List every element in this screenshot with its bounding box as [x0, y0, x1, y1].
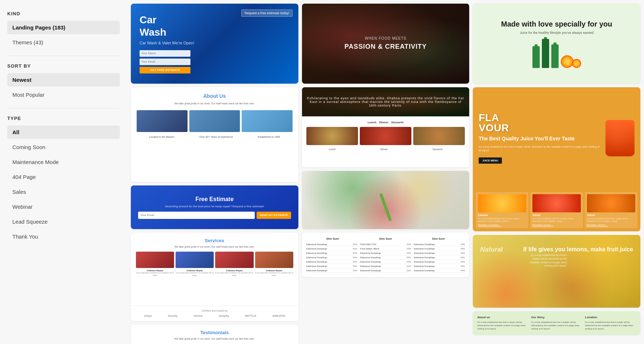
about-img-1	[137, 110, 188, 132]
sort-newest[interactable]: Newest	[7, 73, 120, 87]
juice-footer-card[interactable]: About us It's a truly established fact t…	[473, 311, 640, 335]
about-img-3	[242, 110, 293, 132]
salad-card[interactable]	[302, 171, 470, 229]
juice-card-title-3: Juices	[587, 214, 635, 216]
menu-cell: Edamame Dumplings50%	[414, 248, 465, 251]
estimate-title: Free Estimate	[196, 196, 234, 203]
estimate-card[interactable]: Free Estimate Searching around for the b…	[131, 185, 298, 229]
estimate-form: SEND MY ESTIMATE	[138, 212, 291, 219]
carwash-email-input[interactable]	[140, 59, 190, 65]
footer-col-2: Our Story It's a truly established fact …	[531, 316, 582, 331]
menu-cell: Edamame Dumplings50%	[360, 256, 411, 260]
about-card[interactable]: About Us We take great pride in our work…	[131, 87, 298, 182]
logo-amazon: AMAZON	[272, 314, 285, 317]
menu-cell: Edamame Dumplings50%	[306, 243, 357, 247]
menu-cell: Edamame Dumplings50%	[360, 265, 411, 268]
footer-text-3: It's a truly established fact that a rea…	[585, 321, 636, 331]
about-images	[137, 110, 293, 132]
estimate-section: Free Estimate Searching around for the b…	[131, 185, 298, 229]
juice-card-link-2[interactable]: BROWSE JUICES →	[532, 224, 581, 226]
juice-desc: It's a truly established fact that a rea…	[479, 145, 601, 153]
type-label: TYPE	[7, 116, 120, 121]
fruit-desc: It's a truly established fact that a rea…	[523, 253, 567, 268]
sidebar: KIND Landing Pages (183) Themes (43) SOR…	[0, 0, 127, 344]
label-desserts: Desserts	[432, 148, 443, 151]
carwash-title: CarWash	[140, 14, 166, 38]
bottle-2	[542, 39, 549, 68]
filter-landing-pages[interactable]: Landing Pages (183)	[7, 21, 120, 34]
type-coming-soon[interactable]: Coming Soon	[7, 140, 120, 154]
type-webinar[interactable]: Webinar	[7, 200, 120, 213]
sort-popular[interactable]: Most Popular	[7, 88, 120, 101]
natural-badge: Natural	[480, 246, 503, 253]
juice-menu-button[interactable]: JUICE MENU	[479, 157, 502, 164]
about-section: About Us We take great pride in our work…	[131, 87, 298, 182]
service-desc-3: If you have been involved in an accident…	[215, 272, 253, 276]
juice-tagline: The Best Quality Juice You'll Ever Taste	[479, 135, 601, 142]
restaurant-card[interactable]: Exhilarating to the eyes and tastebuds a…	[302, 87, 470, 167]
template-grid: Request a free estimate today! CarWash C…	[131, 4, 640, 344]
footer-text-1: It's a truly established fact that a rea…	[477, 321, 528, 331]
menu-cell: Edamame Dumplings50%	[360, 252, 411, 255]
type-sales[interactable]: Sales	[7, 185, 120, 199]
fruit-card[interactable]: Natural If life gives you lemons, make f…	[473, 235, 640, 308]
type-404[interactable]: 404 Page	[7, 170, 120, 184]
juice-card-desc-3: It's a truly established fact that a rea…	[587, 217, 635, 223]
service-img-4	[255, 252, 293, 268]
service-desc-1: If you have been involved in an accident…	[136, 272, 174, 276]
restaurant-hero-text: Exhilarating to the eyes and tastebuds a…	[306, 96, 465, 107]
juice-left-content: FLAVOUR The Best Quality Juice You'll Ev…	[479, 113, 601, 163]
service-card-1: Collision Repair If you have been involv…	[136, 252, 174, 276]
type-all[interactable]: All	[7, 125, 120, 139]
logos-row: stripe bounty airbnb shopify BETTLE AMAZ…	[136, 314, 293, 317]
carwash-name-input[interactable]	[140, 50, 190, 57]
type-maintenance[interactable]: Maintenance Mode	[7, 155, 120, 169]
menu-cell: Edamame Dumplings50%	[306, 269, 357, 273]
menu-cell: Edamame Dumplings50%	[414, 261, 465, 264]
salad-section	[302, 171, 470, 229]
orange-slice	[561, 55, 573, 68]
juice-orange-card[interactable]: FLAVOUR The Best Quality Juice You'll Ev…	[473, 87, 640, 231]
food-hero: WHEN FOOD MEETS PASSION & CREATIVITY	[302, 4, 470, 84]
menu-list-card[interactable]: Dim Sum Dim Sum Dim Sum Edamame Dumpling…	[302, 233, 470, 277]
menu-cell: Edamame Dumplings50%	[306, 265, 357, 268]
juice-card-link-1[interactable]: BROWSE CLEANSE →	[478, 224, 526, 226]
type-lead-squeeze[interactable]: Lead Squeeze	[7, 215, 120, 228]
carwash-submit-button[interactable]: GET FREE ESTIMATE	[140, 67, 190, 73]
juice-card-3: Juices It's a truly established fact tha…	[585, 192, 637, 228]
juice-light-card[interactable]: Made with love specially for you Juice f…	[473, 4, 640, 84]
services-card[interactable]: Services We take great pride in our work…	[131, 233, 298, 321]
juice-card-link-3[interactable]: BROWSE JUICES →	[587, 224, 635, 226]
testimonials-card[interactable]: Testimonials We take great pride in our …	[131, 325, 298, 344]
menu-img-3	[413, 127, 465, 145]
menu-row: Edamame Dumplings50% Food Salami, Blend5…	[306, 248, 465, 251]
trusted-section: Certified and trusted by stripe bounty a…	[131, 305, 298, 321]
food-hero-card[interactable]: WHEN FOOD MEETS PASSION & CREATIVITY	[302, 4, 470, 84]
services-title: Services	[136, 238, 293, 243]
carwash-card[interactable]: Request a free estimate today! CarWash C…	[131, 4, 298, 84]
service-card-4: Collision Repair If you have been involv…	[255, 252, 293, 276]
menu-img-2	[360, 127, 411, 145]
col-title-2: Dim Sum	[379, 237, 392, 240]
logo-bettle: BETTLE	[245, 314, 256, 317]
sort-by-label: SORT BY	[7, 63, 120, 69]
main-content: Request a free estimate today! CarWash C…	[127, 0, 644, 344]
type-thank-you[interactable]: Thank You	[7, 230, 120, 243]
about-title: About Us	[137, 93, 293, 99]
logo-shopify: shopify	[219, 314, 229, 317]
about-img-2	[189, 110, 240, 132]
column-1: Request a free estimate today! CarWash C…	[131, 4, 298, 344]
menu-list-header: Dim Sum Dim Sum Dim Sum	[306, 237, 465, 240]
estimate-submit-button[interactable]: SEND MY ESTIMATE	[257, 212, 291, 219]
column-2: WHEN FOOD MEETS PASSION & CREATIVITY Exh…	[302, 4, 470, 344]
estimate-email-input[interactable]	[138, 212, 255, 219]
testimonials-section: Testimonials We take great pride in our …	[131, 325, 298, 344]
carwash-hero: Request a free estimate today! CarWash C…	[131, 4, 298, 84]
services-section: Services We take great pride in our work…	[131, 233, 298, 305]
juice-card-img-2	[532, 194, 581, 212]
juice-footer-section: About us It's a truly established fact t…	[473, 311, 640, 335]
juice-right-content	[605, 120, 635, 156]
about-stat-3: Established in 1985	[258, 136, 280, 138]
filter-themes[interactable]: Themes (43)	[7, 36, 120, 49]
footer-title-3: Location	[585, 316, 636, 319]
